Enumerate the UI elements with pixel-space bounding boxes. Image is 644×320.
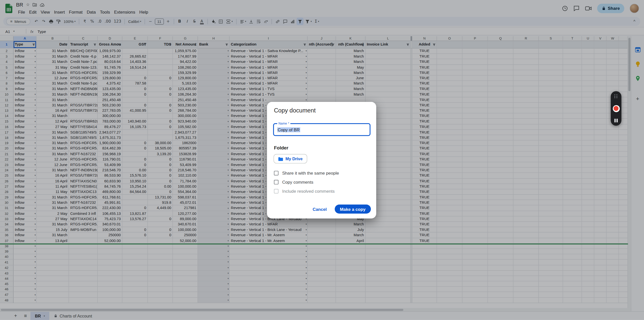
pause-recording-button[interactable] xyxy=(615,119,618,123)
checkbox-label: Share it with the same people xyxy=(282,171,339,176)
name-field[interactable]: Name * Copy of BR xyxy=(273,123,371,136)
dialog-actions: Cancel Make a copy xyxy=(309,205,371,214)
copy-document-dialog: Copy document Name * Copy of BR Folder M… xyxy=(267,102,376,219)
name-input-value[interactable]: Copy of BR xyxy=(277,127,300,132)
record-icon xyxy=(614,106,619,111)
dialog-title: Copy document xyxy=(274,107,316,114)
checkbox-icon[interactable] xyxy=(274,180,278,184)
screen-recorder-widget xyxy=(611,91,621,126)
make-a-copy-button[interactable]: Make a copy xyxy=(335,205,371,214)
drive-folder-icon xyxy=(278,157,283,161)
recorder-drag-handle[interactable] xyxy=(615,95,618,98)
checkbox-label: Copy comments xyxy=(282,179,313,184)
screen: BR ☆ FileEditViewInsertFormatDataToolsEx… xyxy=(0,0,644,320)
folder-picker-button[interactable]: My Drive xyxy=(273,154,307,164)
stop-recording-button[interactable] xyxy=(613,105,620,112)
cancel-button[interactable]: Cancel xyxy=(309,205,331,213)
folder-picker-label: My Drive xyxy=(286,156,303,161)
folder-section-label: Folder xyxy=(274,145,288,150)
copy-comments-checkbox-row[interactable]: Copy comments xyxy=(274,179,313,185)
checkbox-label: Include resolved comments xyxy=(282,188,335,193)
google-sheets-app: BR ☆ FileEditViewInsertFormatDataToolsEx… xyxy=(0,0,644,320)
share-same-people-checkbox-row[interactable]: Share it with the same people xyxy=(274,170,339,176)
name-field-label: Name * xyxy=(277,122,291,125)
checkbox-icon[interactable] xyxy=(274,171,278,175)
checkbox-icon xyxy=(274,189,278,193)
include-resolved-comments-checkbox-row: Include resolved comments xyxy=(274,188,335,194)
